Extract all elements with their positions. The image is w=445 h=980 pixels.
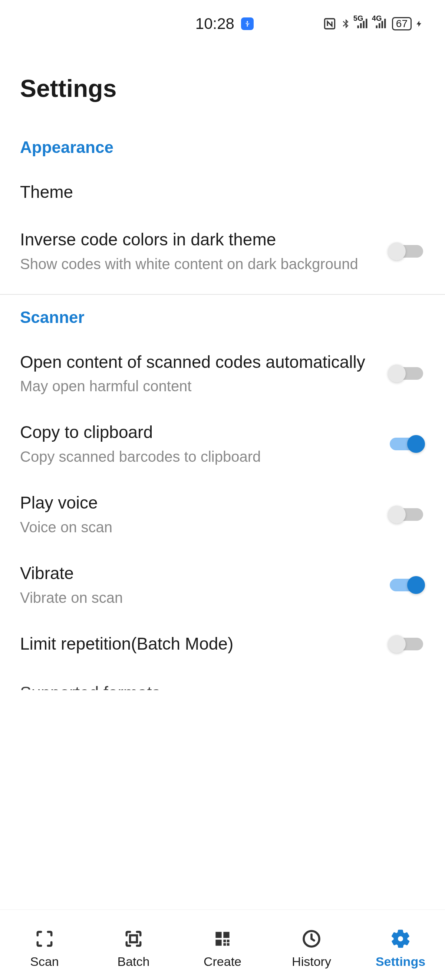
toggle-inverse-colors[interactable] [388,242,425,260]
nav-scan-label: Scan [30,955,59,969]
svg-rect-1 [130,935,137,942]
toggle-copy-clipboard[interactable] [388,435,425,453]
toggle-play-voice[interactable] [388,506,425,523]
setting-play-voice[interactable]: Play voice Voice on scan [0,479,445,550]
svg-rect-5 [223,940,226,942]
nav-batch[interactable]: Batch [89,910,178,980]
scan-icon [33,928,55,950]
setting-vibrate-subtitle: Vibrate on scan [20,588,377,608]
setting-theme-title: Theme [20,181,414,204]
page-title: Settings [0,37,445,125]
svg-rect-6 [227,940,230,942]
svg-rect-4 [215,940,222,945]
setting-open-title: Open content of scanned codes automatica… [20,351,377,374]
setting-theme[interactable]: Theme [0,169,445,216]
settings-icon [390,928,412,950]
setting-open-content[interactable]: Open content of scanned codes automatica… [0,339,445,409]
setting-copy-clipboard[interactable]: Copy to clipboard Copy scanned barcodes … [0,409,445,479]
toggle-vibrate[interactable] [388,576,425,594]
setting-copy-title: Copy to clipboard [20,421,377,444]
signal-4g-icon: 4G [374,17,388,30]
nav-settings-label: Settings [376,955,425,969]
charging-icon [415,17,423,30]
section-scanner-header: Scanner [0,295,445,339]
svg-rect-2 [215,932,222,938]
toggle-limit-repetition[interactable] [388,635,425,653]
battery-indicator: 67 [392,17,412,30]
setting-inverse-title: Inverse code colors in dark theme [20,229,377,251]
setting-limit-repetition[interactable]: Limit repetition(Batch Mode) [0,620,445,668]
svg-rect-8 [227,943,230,946]
setting-vibrate-title: Vibrate [20,562,377,585]
history-icon [300,928,323,950]
status-time: 10:28 [195,15,234,33]
create-icon [211,928,234,950]
nav-create-label: Create [204,955,241,969]
nfc-icon [323,17,336,30]
nav-settings[interactable]: Settings [356,910,445,980]
setting-inverse-subtitle: Show codes with white content on dark ba… [20,254,377,274]
usb-icon [241,18,253,30]
nav-batch-label: Batch [117,955,150,969]
svg-rect-3 [223,932,229,938]
svg-rect-7 [223,943,226,946]
nav-history[interactable]: History [267,910,356,980]
signal-5g-icon: 5G [355,17,370,30]
nav-history-label: History [292,955,331,969]
section-appearance-header: Appearance [0,125,445,169]
setting-inverse-colors[interactable]: Inverse code colors in dark theme Show c… [0,216,445,286]
setting-vibrate[interactable]: Vibrate Vibrate on scan [0,550,445,620]
setting-voice-title: Play voice [20,492,377,514]
setting-limit-title: Limit repetition(Batch Mode) [20,633,377,655]
bluetooth-icon [340,17,351,30]
setting-open-subtitle: May open harmful content [20,376,377,396]
setting-copy-subtitle: Copy scanned barcodes to clipboard [20,447,377,467]
toggle-open-content[interactable] [388,364,425,382]
nav-create[interactable]: Create [178,910,267,980]
nav-scan[interactable]: Scan [0,910,89,980]
status-bar: 10:28 5G 4G 67 [0,0,445,37]
setting-voice-subtitle: Voice on scan [20,517,377,537]
bottom-nav: Scan Batch Create History Settings [0,910,445,980]
setting-supported-formats[interactable]: Supported formats [0,668,445,690]
batch-icon [122,928,145,950]
